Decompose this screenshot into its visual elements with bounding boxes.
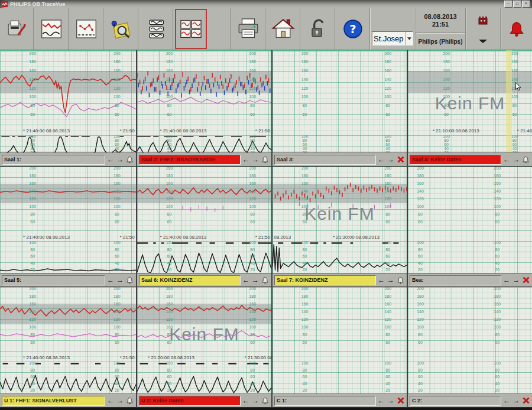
multi-strip-button[interactable] xyxy=(140,8,173,50)
prev-arrow-button[interactable]: ← xyxy=(502,396,511,405)
home-button[interactable] xyxy=(267,8,300,50)
axis-label: 60 xyxy=(167,142,172,147)
status-label-field[interactable]: Saal 2: FHF2: BRADYKARDIE xyxy=(139,155,241,165)
next-arrow-button[interactable]: → xyxy=(116,155,124,164)
panel-content[interactable]: Kein FM 20018016014012010080602001801601… xyxy=(137,287,271,393)
next-arrow-button[interactable]: → xyxy=(512,276,520,284)
axis-label: 140 xyxy=(301,310,309,314)
trace-panel: 2001801601401201008060200180160140120100… xyxy=(408,167,532,287)
status-close-icon[interactable] xyxy=(396,397,405,404)
event-marker xyxy=(228,363,236,364)
axis-label: 100 xyxy=(494,205,501,209)
status-label-field[interactable]: C 1: xyxy=(274,396,376,406)
timestamp-row xyxy=(273,128,407,135)
status-close-icon[interactable] xyxy=(521,276,530,284)
trace-view-button[interactable] xyxy=(35,8,68,50)
status-label-field[interactable]: C 2: xyxy=(410,396,501,406)
status-label-field[interactable]: Bea: xyxy=(410,275,501,285)
prev-arrow-button[interactable]: ← xyxy=(242,155,250,164)
panel-content[interactable]: Kein FM 20018016014012010080602001801601… xyxy=(273,167,407,273)
panel-content[interactable]: 2001801601401201008060200180160140120100… xyxy=(0,50,136,152)
system-button[interactable] xyxy=(466,8,500,32)
status-label-field[interactable]: Saal 1: xyxy=(2,155,105,165)
prev-arrow-button[interactable]: ← xyxy=(377,155,385,164)
axis-label: 60 xyxy=(167,375,172,379)
grid-view-button[interactable] xyxy=(174,8,207,50)
status-bell-icon[interactable] xyxy=(521,156,530,164)
trace-panel: Kein FM 20018016014012010080602001801601… xyxy=(408,50,532,167)
axis-label: 80 xyxy=(250,213,255,217)
unlock-button[interactable] xyxy=(301,8,335,50)
minimize-button[interactable]: – xyxy=(504,1,512,8)
axis-label: 100 xyxy=(384,362,391,365)
next-arrow-button[interactable]: → xyxy=(387,396,395,405)
prev-arrow-button[interactable]: ← xyxy=(242,396,250,405)
panel-content[interactable]: 2001801601401201008060200180160140120100… xyxy=(273,50,407,152)
status-bell-icon[interactable] xyxy=(261,276,270,284)
prev-arrow-button[interactable]: ← xyxy=(242,276,250,284)
prev-arrow-button[interactable]: ← xyxy=(106,396,115,405)
status-close-icon[interactable] xyxy=(396,156,405,163)
axis-label: 80 xyxy=(303,213,307,217)
next-arrow-button[interactable]: → xyxy=(251,276,259,284)
status-label-field[interactable]: Saal 4: Keine Daten xyxy=(410,155,501,165)
next-arrow-button[interactable]: → xyxy=(116,396,124,405)
prev-arrow-button[interactable]: ← xyxy=(106,155,115,164)
trace-panel: 2001801601401201008060200180160140120100… xyxy=(137,167,271,287)
axis-label: 140 xyxy=(29,310,36,314)
site-selector[interactable]: St.Josep xyxy=(372,31,413,45)
next-arrow-button[interactable]: → xyxy=(512,396,520,405)
axis-label: 100 xyxy=(29,205,36,209)
panel-content[interactable]: 2001801601401201008060200180160140120100… xyxy=(408,167,532,273)
panel-content[interactable]: 2001801601401201008060200180160140120100… xyxy=(0,287,136,393)
panel-content[interactable]: 2001801601401201008060200180160140120100… xyxy=(273,287,407,393)
prev-arrow-button[interactable]: ← xyxy=(106,276,115,284)
axis-label: 200 xyxy=(29,51,36,56)
status-bell-icon[interactable] xyxy=(125,156,134,164)
next-arrow-button[interactable]: → xyxy=(512,155,520,164)
status-bell-icon[interactable] xyxy=(125,397,134,405)
prev-arrow-button[interactable]: ← xyxy=(502,276,511,284)
next-arrow-button[interactable]: → xyxy=(251,155,259,164)
next-arrow-button[interactable]: → xyxy=(387,276,395,284)
next-arrow-button[interactable]: → xyxy=(251,396,259,405)
status-label-field[interactable]: Ü 2: Keine Daten xyxy=(139,396,241,406)
close-button[interactable]: × xyxy=(522,1,530,8)
panel-content[interactable]: Kein FM 20018016014012010080602001801601… xyxy=(408,50,532,152)
status-bell-icon[interactable] xyxy=(396,276,405,284)
status-bell-icon[interactable] xyxy=(125,276,134,284)
status-label-field[interactable]: Saal 6: KOINZIDENZ xyxy=(139,275,241,285)
axis-label: 20 xyxy=(30,268,35,272)
recorder-button[interactable] xyxy=(0,8,33,50)
chevron-down-icon[interactable] xyxy=(406,32,413,45)
status-label-field[interactable]: Ü 1: FHF1: SIGNALVERLUST xyxy=(2,396,105,406)
status-label-field[interactable]: Saal 5: xyxy=(2,275,105,285)
expand-button[interactable] xyxy=(466,32,500,50)
search-note-button[interactable] xyxy=(105,8,138,50)
print-button[interactable] xyxy=(232,8,265,50)
status-close-icon[interactable] xyxy=(521,397,530,404)
panel-content[interactable]: 2001801601401201008060200180160140120100… xyxy=(408,287,532,393)
trace-notes-button[interactable] xyxy=(70,8,103,50)
panel-content[interactable]: 2001801601401201008060200180160140120100… xyxy=(0,167,136,273)
next-arrow-button[interactable]: → xyxy=(387,155,395,164)
panel-content[interactable]: 2001801601401201008060200180160140120100… xyxy=(137,167,271,273)
panel-content[interactable]: 2001801601401201008060200180160140120100… xyxy=(137,50,271,152)
prev-arrow-button[interactable]: ← xyxy=(502,155,511,164)
axis-label: 120 xyxy=(113,318,121,322)
axis-label: 140 xyxy=(29,189,36,193)
next-arrow-button[interactable]: → xyxy=(116,276,124,284)
prev-arrow-button[interactable]: ← xyxy=(377,276,385,284)
prev-arrow-button[interactable]: ← xyxy=(377,396,385,405)
status-bell-icon[interactable] xyxy=(261,156,270,164)
help-button[interactable]: ? xyxy=(336,8,369,50)
status-label-field[interactable]: Saal 7: KOINZIDENZ xyxy=(274,275,376,285)
maximize-button[interactable]: □ xyxy=(513,1,521,8)
alarm-bell-button[interactable] xyxy=(500,8,532,50)
status-bell-icon[interactable] xyxy=(261,397,270,405)
axis-label: 120 xyxy=(29,197,36,201)
status-label-field[interactable]: Saal 3: xyxy=(274,155,376,165)
toco-chart: 1008060402010080604020 xyxy=(0,135,136,152)
axis-label: 120 xyxy=(249,86,256,90)
axis-label: 160 xyxy=(384,302,391,306)
